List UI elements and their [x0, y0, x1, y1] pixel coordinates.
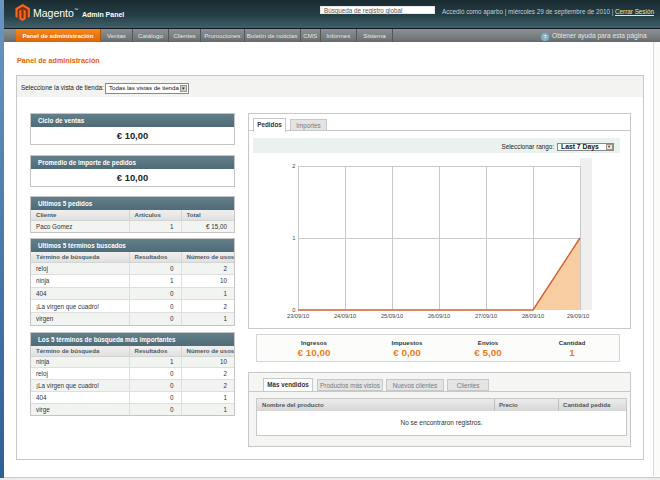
- svg-text:1: 1: [292, 235, 295, 241]
- svg-text:27/09/10: 27/09/10: [475, 313, 497, 319]
- svg-text:24/09/10: 24/09/10: [334, 313, 356, 319]
- svg-text:29/09/10: 29/09/10: [567, 313, 589, 319]
- svg-text:28/09/10: 28/09/10: [522, 313, 544, 319]
- svg-text:26/09/10: 26/09/10: [428, 313, 450, 319]
- svg-text:25/09/10: 25/09/10: [381, 313, 403, 319]
- svg-text:2: 2: [292, 163, 295, 169]
- svg-text:23/09/10: 23/09/10: [287, 313, 309, 319]
